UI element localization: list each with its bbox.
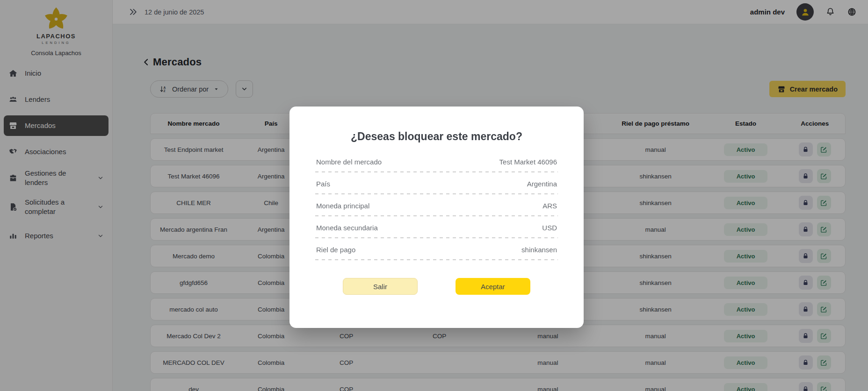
block-market-modal: ¿Deseas bloquear este mercado? Nombre de… — [289, 107, 584, 328]
field-value: Test Market 46096 — [499, 158, 557, 166]
modal-field-country: País Argentina — [315, 172, 558, 194]
confirm-button[interactable]: Aceptar — [456, 278, 530, 295]
field-label: Moneda secundaria — [316, 224, 378, 232]
modal-fields: Nombre del mercado Test Market 46096 Paí… — [315, 150, 558, 260]
field-label: Moneda principal — [316, 202, 369, 210]
modal-field-market-name: Nombre del mercado Test Market 46096 — [315, 150, 558, 172]
field-value: Argentina — [527, 180, 557, 188]
modal-actions: Salir Aceptar — [315, 278, 558, 295]
field-label: País — [316, 180, 330, 188]
field-value: USD — [542, 224, 557, 232]
field-value: shinkansen — [521, 246, 557, 254]
modal-title: ¿Deseas bloquear este mercado? — [315, 129, 558, 144]
modal-field-payment-rail: Riel de pago shinkansen — [315, 238, 558, 260]
modal-field-secondary-currency: Moneda secundaria USD — [315, 216, 558, 238]
field-label: Nombre del mercado — [316, 158, 382, 166]
field-value: ARS — [542, 202, 557, 210]
modal-field-primary-currency: Moneda principal ARS — [315, 194, 558, 216]
cancel-button[interactable]: Salir — [343, 278, 418, 295]
field-label: Riel de pago — [316, 246, 355, 254]
